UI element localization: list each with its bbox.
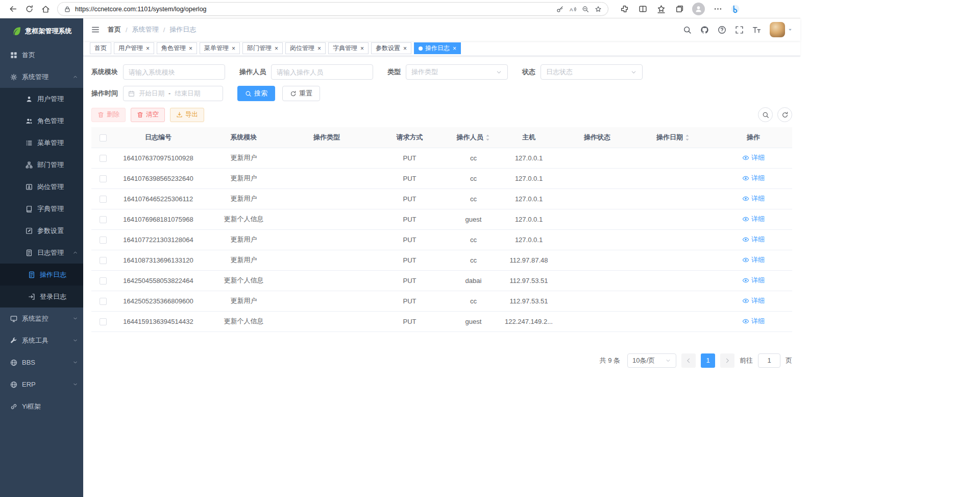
breadcrumb-item[interactable]: 首页 [108,25,121,34]
sidebar-item-operlog[interactable]: 操作日志 [0,264,83,286]
favorites-button[interactable] [653,2,669,16]
more-options-button[interactable] [710,2,725,16]
browser-profile-avatar[interactable] [692,3,705,15]
sidebar-item-config[interactable]: 参数设置 [0,220,83,242]
detail-link[interactable]: 详细 [742,255,765,265]
column-header-date[interactable]: 操作日期 [632,127,715,148]
status-filter-select[interactable]: 日志状态 [541,64,643,80]
row-checkbox[interactable] [100,175,107,182]
detail-link[interactable]: 详细 [742,317,765,326]
tab-close-icon[interactable]: × [275,45,278,52]
module-filter-input[interactable] [123,64,225,80]
detail-link[interactable]: 详细 [742,276,765,285]
tab-close-icon[interactable]: × [189,45,192,52]
detail-link[interactable]: 详细 [742,174,765,183]
next-page-button[interactable] [720,353,734,368]
zoom-button[interactable] [582,6,589,13]
export-button[interactable]: 导出 [170,108,204,122]
cell-operator: cc [452,148,495,168]
tab-dict[interactable]: 字典管理× [328,42,369,54]
sidebar-item-role[interactable]: 角色管理 [0,110,83,132]
hamburger-icon[interactable] [91,25,100,34]
sidebar-item-yiframe[interactable]: Yi框架 [0,395,83,417]
detail-link[interactable]: 详细 [742,235,765,244]
sidebar-item-log[interactable]: 日志管理 [0,242,83,264]
tab-config[interactable]: 参数设置× [371,42,411,54]
row-checkbox[interactable] [100,196,107,203]
help-button[interactable] [718,26,726,34]
tab-user[interactable]: 用户管理× [114,42,154,54]
sidebar-item-dict[interactable]: 字典管理 [0,198,83,220]
tab-close-icon[interactable]: × [360,45,364,52]
address-bar[interactable]: https://ccnetcore.com:1101/system/log/op… [57,2,608,16]
row-checkbox[interactable] [100,277,107,285]
date-range-picker[interactable]: 开始日期 - 结束日期 [123,86,223,101]
row-checkbox[interactable] [100,257,107,264]
add-favorite-button[interactable] [595,6,602,13]
sidebar-item-monitor[interactable]: 系统监控 [0,307,83,329]
row-checkbox[interactable] [100,236,107,244]
font-size-button[interactable] [752,26,761,34]
extensions-button[interactable] [617,2,632,16]
tab-close-icon[interactable]: × [317,45,321,52]
github-button[interactable] [700,26,709,34]
search-button[interactable] [683,26,692,34]
page-number-button[interactable]: 1 [701,353,715,368]
sidebar-item-dept[interactable]: 部门管理 [0,154,83,176]
sidebar-item-bbs[interactable]: BBS [0,351,83,373]
operator-filter-input[interactable] [271,64,373,80]
tab-role[interactable]: 角色管理× [157,42,197,54]
reset-button[interactable]: 重置 [282,86,320,101]
page-size-select[interactable]: 10条/页 [627,353,676,368]
sort-caret-icon[interactable] [485,134,491,141]
row-checkbox[interactable] [100,216,107,223]
sidebar-item-erp[interactable]: ERP [0,373,83,395]
search-button[interactable]: 搜索 [237,86,275,101]
split-screen-button[interactable] [635,2,650,16]
type-filter-select[interactable]: 操作类型 [406,64,508,80]
sort-caret-icon[interactable] [684,134,690,141]
refresh-table-button[interactable] [777,107,792,122]
sidebar-item-system[interactable]: 系统管理 [0,66,83,88]
detail-link[interactable]: 详细 [742,153,765,162]
read-aloud-button[interactable]: A [569,6,576,13]
column-header-operator[interactable]: 操作人员 [452,127,495,148]
sidebar-item-user[interactable]: 用户管理 [0,88,83,110]
clear-button[interactable]: 清空 [131,108,165,122]
sidebar-item-post[interactable]: 岗位管理 [0,176,83,198]
detail-link[interactable]: 详细 [742,296,765,305]
tab-close-icon[interactable]: × [403,45,407,52]
toggle-search-button[interactable] [758,107,773,122]
sidebar-item-home[interactable]: 首页 [0,44,83,66]
detail-link[interactable]: 详细 [742,215,765,224]
sidebar-item-loginlog[interactable]: 登录日志 [0,286,83,307]
tab-close-icon[interactable]: × [453,45,456,52]
collections-button[interactable] [672,2,687,16]
home-button[interactable] [38,2,53,16]
tab-operlog[interactable]: 操作日志× [414,42,461,54]
row-checkbox[interactable] [100,298,107,305]
breadcrumb-item[interactable]: 系统管理 [132,25,159,34]
goto-page-input[interactable] [758,353,780,368]
password-key-button[interactable] [556,6,564,13]
back-button[interactable] [5,2,20,16]
row-checkbox[interactable] [100,155,107,162]
profile-dropdown[interactable] [770,22,793,37]
prev-page-button[interactable] [681,353,696,368]
sidebar-item-tool[interactable]: 系统工具 [0,329,83,351]
tab-close-icon[interactable]: × [232,45,235,52]
sidebar-item-menu[interactable]: 菜单管理 [0,132,83,154]
copilot-button[interactable] [728,3,742,16]
row-checkbox[interactable] [100,318,107,325]
select-all-checkbox[interactable] [100,134,107,141]
app-logo[interactable]: 意框架管理系统 [0,18,83,44]
tab-close-icon[interactable]: × [146,45,150,52]
detail-link[interactable]: 详细 [742,194,765,203]
delete-button[interactable]: 删除 [91,108,126,122]
tab-dept[interactable]: 部门管理× [242,42,283,54]
tab-menu[interactable]: 菜单管理× [200,42,240,54]
refresh-button[interactable] [21,2,37,16]
tab-home[interactable]: 首页 [90,42,111,54]
tab-post[interactable]: 岗位管理× [285,42,326,54]
fullscreen-button[interactable] [735,26,744,34]
